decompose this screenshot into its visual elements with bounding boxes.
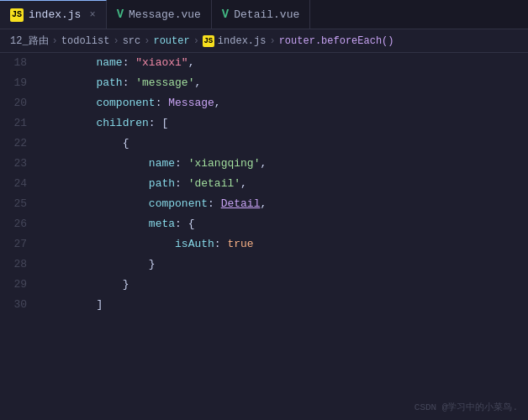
line-content: path: 'message', [40,73,528,93]
code-line: 29 } [0,275,528,295]
code-line: 19 path: 'message', [0,73,528,93]
token: "xiaoxi" [135,56,187,69]
watermark: CSDN @学习中的小菜鸟. [414,401,518,413]
token: , [188,56,195,69]
token: name [149,157,175,170]
token: , [260,197,267,210]
breadcrumb-item: 12_路由 [10,34,49,48]
token: path [149,177,175,190]
line-number: 19 [0,73,40,93]
breadcrumb-separator: › [144,35,150,47]
line-content: component: Message, [40,93,528,113]
line-number: 22 [0,134,40,154]
breadcrumb-item: router [153,35,189,47]
token: : [156,97,169,109]
token: { [188,218,195,230]
token [44,298,96,311]
breadcrumb-separator: › [52,35,58,47]
line-content: isAuth: true [40,234,528,255]
token: : [123,56,136,69]
token: { [123,137,129,150]
tab-label: Message.vue [129,8,201,21]
token: path [96,76,122,89]
line-content: { [40,134,528,154]
vue-icon: V [117,8,124,21]
token: Message [168,97,214,109]
token: ] [96,298,103,311]
token [44,258,149,270]
line-content: ] [40,295,528,315]
token [44,238,175,250]
token [44,56,96,69]
small-js-icon: JS [203,35,214,47]
breadcrumb-separator: › [193,35,199,47]
token: , [260,157,267,170]
code-line: 20 component: Message, [0,93,528,113]
token: : [175,157,188,170]
token [44,197,149,210]
token: true [227,238,253,250]
line-number: 18 [0,53,40,73]
tab-message-vue[interactable]: VMessage.vue [107,0,212,29]
token: children [96,117,148,129]
line-content: } [40,275,528,295]
line-number: 23 [0,154,40,174]
token: } [123,278,129,291]
token: Detail [221,197,261,210]
breadcrumb-item: src [123,35,141,47]
token: , [214,97,221,109]
breadcrumb: 12_路由›todolist›src›router›JS index.js›ro… [0,29,528,53]
tab-index-js[interactable]: JSindex.js× [0,0,107,29]
token: , [194,76,201,89]
code-line: 21 children: [ [0,113,528,134]
token: component [149,197,208,210]
token [44,157,149,170]
token: : [175,177,188,190]
js-icon: JS [10,8,24,22]
token: [ [161,117,168,129]
line-number: 30 [0,295,40,315]
tab-close-button[interactable]: × [89,9,95,21]
token: component [96,97,155,109]
token [44,117,96,129]
line-content: component: Detail, [40,194,528,214]
code-line: 25 component: Detail, [0,194,528,214]
token: , [240,177,247,190]
tab-bar: JSindex.js×VMessage.vueVDetail.vue [0,0,528,29]
breadcrumb-separator: › [269,35,275,47]
line-number: 25 [0,194,40,214]
token: isAuth [175,238,214,250]
token: name [96,56,122,69]
line-content: meta: { [40,214,528,234]
vue-icon: V [222,8,229,21]
token: : [149,117,162,129]
token: 'detail' [188,177,240,190]
code-line: 18 name: "xiaoxi", [0,53,528,73]
code-area: 18 name: "xiaoxi",19 path: 'message',20 … [0,53,528,420]
token [44,177,149,190]
line-number: 21 [0,113,40,134]
code-line: 30 ] [0,295,528,315]
line-content: name: 'xiangqing', [40,154,528,174]
token: : [214,238,228,250]
code-line: 23 name: 'xiangqing', [0,154,528,174]
line-content: name: "xiaoxi", [40,53,528,73]
token [44,76,96,89]
line-number: 28 [0,255,40,275]
line-content: children: [ [40,113,528,134]
tab-detail-vue[interactable]: VDetail.vue [212,0,310,29]
line-number: 20 [0,93,40,113]
token: 'xiangqing' [188,157,261,170]
line-number: 24 [0,174,40,194]
line-content: } [40,255,528,275]
code-line: 26 meta: { [0,214,528,234]
token: } [149,258,156,270]
token [44,278,123,291]
code-line: 27 isAuth: true [0,234,528,255]
token: : [175,218,188,230]
tab-label: index.js [29,8,81,21]
token [44,137,123,150]
line-number: 29 [0,275,40,295]
token [44,218,149,230]
line-number: 27 [0,234,40,255]
